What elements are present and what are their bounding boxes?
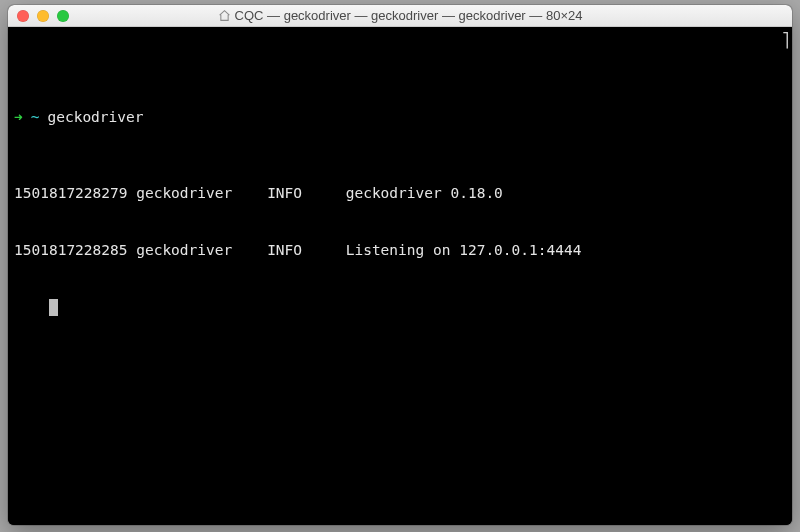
log-level: INFO	[267, 241, 346, 260]
home-icon	[218, 9, 231, 22]
terminal-body[interactable]: ⎤ ➜ ~ geckodriver 1501817228279 geckodri…	[8, 27, 792, 525]
window-title-text: CQC — geckodriver — geckodriver — geckod…	[235, 8, 583, 23]
titlebar[interactable]: CQC — geckodriver — geckodriver — geckod…	[8, 5, 792, 27]
minimize-icon[interactable]	[37, 10, 49, 22]
prompt-cwd: ~	[31, 108, 40, 127]
prompt-arrow-icon: ➜	[14, 108, 23, 127]
terminal-window: CQC — geckodriver — geckodriver — geckod…	[8, 5, 792, 525]
log-level: INFO	[267, 184, 346, 203]
prompt-line: ➜ ~ geckodriver	[14, 108, 786, 127]
scrollbar-indicator: ⎤	[782, 31, 790, 50]
window-controls	[8, 10, 69, 22]
zoom-icon[interactable]	[57, 10, 69, 22]
terminal-cursor	[49, 299, 58, 316]
log-component: geckodriver	[136, 184, 267, 203]
log-timestamp: 1501817228279	[14, 184, 136, 203]
close-icon[interactable]	[17, 10, 29, 22]
log-row: 1501817228279 geckodriver INFO geckodriv…	[14, 184, 786, 203]
log-row: 1501817228285 geckodriver INFO Listening…	[14, 241, 786, 260]
window-title: CQC — geckodriver — geckodriver — geckod…	[8, 8, 792, 23]
log-message: geckodriver 0.18.0	[346, 184, 503, 203]
log-component: geckodriver	[136, 241, 267, 260]
log-message: Listening on 127.0.0.1:4444	[346, 241, 582, 260]
prompt-command: geckodriver	[47, 108, 143, 127]
log-timestamp: 1501817228285	[14, 241, 136, 260]
